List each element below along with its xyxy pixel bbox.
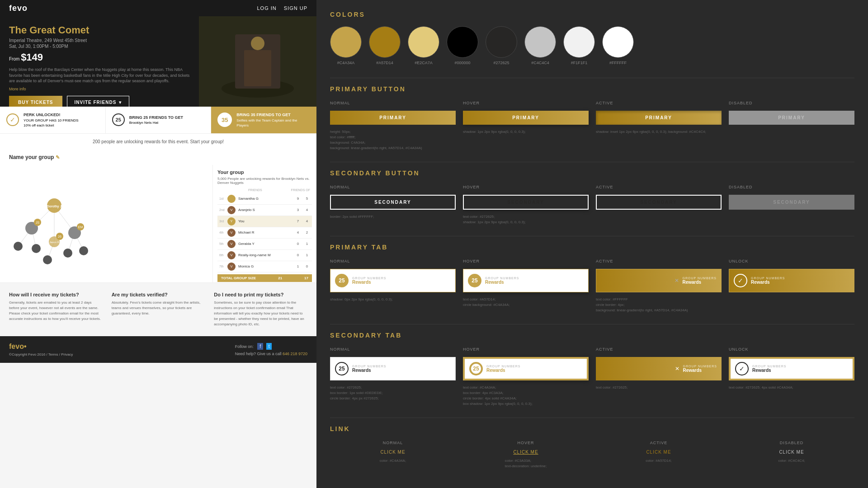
state-label-active: ACTIVE xyxy=(596,101,722,105)
facebook-icon[interactable]: f xyxy=(257,343,263,350)
sec-group-unlock: GROUP NUMBERS xyxy=(752,365,787,368)
state-label-normal: NORMAL xyxy=(330,101,456,105)
secondary-tab-active[interactable]: ✕ GROUP NUMBERS Rewards xyxy=(596,357,722,380)
primary-disabled-col: DISABLED PRIMARY xyxy=(729,101,854,151)
avatar-0 xyxy=(227,195,236,203)
tab-badge-hover: 25 xyxy=(468,274,481,287)
primary-active-button[interactable]: PRIMARY xyxy=(596,111,722,125)
primary-tab-active[interactable]: ✕ GROUP NUMBERS Rewards xyxy=(596,269,722,292)
reward-item-2: 35 BRING 35 FRIENDS TO GET Selfies with … xyxy=(211,107,316,133)
leaderboard-row-4: 5th V Geralda Y 0 1 xyxy=(217,239,312,250)
st-active-hint: text color: #272625; xyxy=(596,385,722,390)
total-friends: 21 xyxy=(278,276,282,280)
swatch-label-0: #C4A34A xyxy=(337,61,355,65)
primary-normal-hint: height: 50px;text color: #ffffff;backgro… xyxy=(330,129,456,151)
primary-tab-unlock-col: UNLOCK ✓ GROUP NUMBERS Rewards xyxy=(729,259,854,313)
link-grid: NORMAL CLICK ME color: #C4A34A; HOVER CL… xyxy=(330,441,854,469)
svg-point-23 xyxy=(43,255,52,264)
more-info-link[interactable]: More info xyxy=(9,87,190,91)
divider-5 xyxy=(330,418,854,418)
reward-title-0: PERK UNLOCKED! xyxy=(24,112,79,118)
sec-rewards-normal: Rewards xyxy=(352,368,387,373)
edit-icon[interactable]: ✎ xyxy=(56,155,60,160)
primary-normal-button[interactable]: PRIMARY xyxy=(330,111,456,125)
avatar-5: V xyxy=(227,251,236,259)
primary-tab-normal[interactable]: 25 GROUP NUMBERS Rewards xyxy=(330,269,456,292)
tab-group-active: GROUP NUMBERS xyxy=(683,277,717,280)
reward-number-2: 35 xyxy=(217,113,232,127)
secondary-tab-unlock[interactable]: ✓ GROUP NUMBERS Rewards xyxy=(729,357,854,380)
colors-row: #C4A34A #A57D14 #E2CA7A #000000 #272625 … xyxy=(330,26,854,65)
reward-desc1-0: YOUR GROUP HAS 10 FRIENDS xyxy=(24,118,79,122)
tab-badge-check: ✓ xyxy=(734,274,747,287)
rewards-bar: ✓ PERK UNLOCKED! YOUR GROUP HAS 10 FRIEN… xyxy=(0,107,316,134)
link-section-title: LINK xyxy=(330,425,854,432)
tab-rewards-unlock: Rewards xyxy=(751,280,785,285)
reward-item-1: 25 BRING 25 FRIENDS TO GET Brooklyn Nets… xyxy=(106,107,212,133)
sec-state-active: ACTIVE xyxy=(596,185,722,189)
group-area: Name your group ✎ Dorothy J xyxy=(0,150,316,282)
nav-links: LOG IN SIGN UP xyxy=(257,5,307,11)
secondary-tab-normal[interactable]: 25 GROUP NUMBERS Rewards xyxy=(330,357,456,380)
st-state-active: ACTIVE xyxy=(596,347,722,352)
secondary-tab-section: SECONDARY TAB NORMAL 25 GROUP NUMBERS Re… xyxy=(330,332,854,407)
leaderboard-subtitle: 5,000 People are unlocking rewards for B… xyxy=(217,177,312,185)
tab-info-active: GROUP NUMBERS Rewards xyxy=(683,277,717,285)
secondary-disabled-button: SECONDARY xyxy=(729,195,854,210)
sec-state-disabled: DISABLED xyxy=(729,185,854,189)
link-normal-hint: color: #C4A34A; xyxy=(380,458,406,464)
secondary-tab-hover[interactable]: 25 GROUP NUMBERS Rewards xyxy=(463,357,589,380)
swatch-label-7: #FFFFFF xyxy=(609,61,627,65)
st-state-unlock: UNLOCK xyxy=(729,347,854,352)
logo: fevo xyxy=(9,4,28,13)
tab-info-unlock: GROUP NUMBERS Rewards xyxy=(751,277,785,285)
color-swatch-6: #F1F1F1 xyxy=(563,26,595,65)
group-cta-text: 200 people are unlocking rewards for thi… xyxy=(93,139,224,144)
secondary-hover-hint: text color: #272625;shadow: 1px 2px 9px … xyxy=(463,214,589,225)
link-state-hover: HOVER xyxy=(517,441,534,445)
pt-active-hint: text color: #FFFFFFcircle border: 4px;ba… xyxy=(596,297,722,313)
sec-tab-info-normal: GROUP NUMBERS Rewards xyxy=(352,365,387,373)
reward-title-2: BRING 35 FRIENDS TO GET xyxy=(236,112,310,118)
secondary-normal-button[interactable]: SECONDARY xyxy=(330,195,456,210)
secondary-active-button[interactable]: SECONDARY xyxy=(596,195,722,210)
secondary-disabled-col: DISABLED SECONDARY xyxy=(729,185,854,225)
link-hover[interactable]: CLICK ME xyxy=(513,450,538,455)
link-hover-hint: color: #C3A33A;text-decoration: underlin… xyxy=(505,458,547,469)
twitter-icon[interactable]: t xyxy=(266,343,272,350)
link-active[interactable]: CLICK ME xyxy=(646,450,671,455)
tab-close-icon[interactable]: ✕ xyxy=(675,277,679,284)
tab-rewards-label: Rewards xyxy=(352,280,387,285)
color-swatch-7: #FFFFFF xyxy=(602,26,634,65)
pt-state-unlock: UNLOCK xyxy=(729,259,854,263)
leaderboard-row-0: 1st Samantha G 9 5 xyxy=(217,193,312,205)
link-normal[interactable]: CLICK ME xyxy=(380,450,405,455)
event-price: From $149 xyxy=(9,52,190,63)
primary-tab-unlock[interactable]: ✓ GROUP NUMBERS Rewards xyxy=(729,269,854,292)
secondary-tab-active-col: ACTIVE ✕ GROUP NUMBERS Rewards text colo… xyxy=(596,347,722,407)
reward-number-1: 25 xyxy=(112,113,125,126)
sec-group-active: GROUP NUMBERS xyxy=(683,365,717,368)
primary-hover-button[interactable]: PRIMARY xyxy=(463,111,589,125)
secondary-hover-button[interactable]: SECONDARY xyxy=(463,195,589,210)
login-link[interactable]: LOG IN xyxy=(257,5,276,11)
svg-point-21 xyxy=(63,249,72,258)
footer-middle: Follow on: f t Need help? Give us a call… xyxy=(235,343,307,356)
avatar-2: Y xyxy=(227,217,236,225)
link-active-hint: color: #A57D14; xyxy=(646,458,671,464)
col-friends: FRIENDS xyxy=(248,188,262,192)
primary-hover-col: HOVER PRIMARY shadow: 1px 2px 9px rgba(0… xyxy=(463,101,589,151)
footer-phone[interactable]: 646 218 9720 xyxy=(283,352,307,356)
swatch-label-1: #A57D14 xyxy=(376,61,393,65)
signup-link[interactable]: SIGN UP xyxy=(284,5,307,11)
st-unlock-hint: text color: #272625; 4px solid #C4A34A; xyxy=(729,385,854,390)
secondary-normal-hint: border: 2px solid #FFFFFF; xyxy=(330,214,456,220)
primary-tab-hover-col: HOVER 25 GROUP NUMBERS Rewards text colo… xyxy=(463,259,589,313)
pt-normal-hint: shadow: 0px 2px 9px rgba(0, 0, 0, 0.3); xyxy=(330,297,456,302)
primary-tab-hover[interactable]: 25 GROUP NUMBERS Rewards xyxy=(463,269,589,292)
secondary-button-section: SECONDARY BUTTON NORMAL SECONDARY border… xyxy=(330,169,854,225)
primary-tab-normal-col: NORMAL 25 GROUP NUMBERS Rewards shadow: … xyxy=(330,259,456,313)
hero-info: The Great Comet Imperial Theatre, 249 We… xyxy=(0,16,199,107)
sec-tab-close-icon[interactable]: ✕ xyxy=(675,366,679,372)
swatch-circle-3 xyxy=(447,26,478,58)
